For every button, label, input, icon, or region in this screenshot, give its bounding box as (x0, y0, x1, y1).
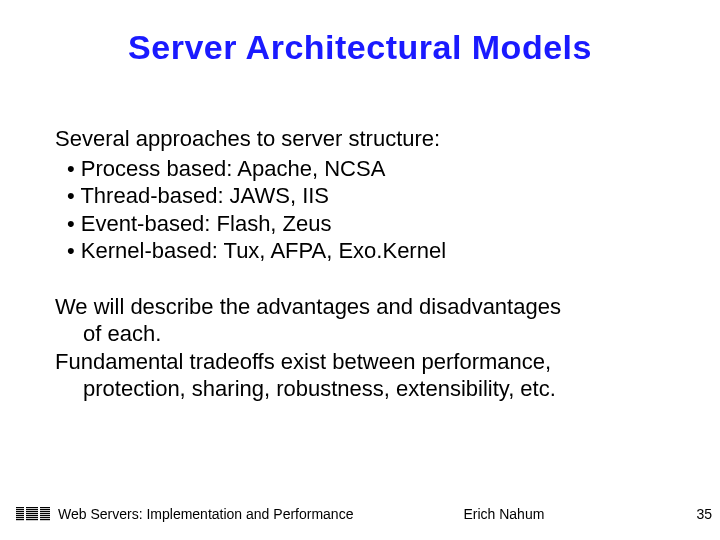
svg-rect-5 (16, 517, 50, 518)
svg-rect-0 (16, 507, 50, 508)
slide-title: Server Architectural Models (0, 0, 720, 67)
para-line: We will describe the advantages and disa… (55, 293, 665, 321)
svg-rect-3 (16, 513, 50, 514)
svg-rect-1 (16, 509, 50, 510)
slide-body: Several approaches to server structure: … (0, 125, 720, 403)
svg-rect-2 (16, 511, 50, 512)
ibm-logo-icon (16, 507, 50, 521)
paragraph: We will describe the advantages and disa… (55, 293, 665, 348)
para-line: of each. (55, 320, 665, 348)
slide: Server Architectural Models Several appr… (0, 0, 720, 540)
para-line: Fundamental tradeoffs exist between perf… (55, 348, 665, 376)
footer-author: Erich Nahum (463, 506, 544, 522)
footer-left: Web Servers: Implementation and Performa… (58, 506, 353, 522)
paragraph: Fundamental tradeoffs exist between perf… (55, 348, 665, 403)
bullet-item: Kernel-based: Tux, AFPA, Exo.Kernel (55, 237, 665, 265)
svg-rect-6 (16, 519, 50, 520)
bullet-list: Process based: Apache, NCSA Thread-based… (55, 155, 665, 265)
svg-rect-7 (24, 507, 26, 521)
bullet-item: Process based: Apache, NCSA (55, 155, 665, 183)
page-number: 35 (696, 506, 712, 522)
bullet-item: Event-based: Flash, Zeus (55, 210, 665, 238)
bullet-item: Thread-based: JAWS, IIS (55, 182, 665, 210)
svg-rect-4 (16, 515, 50, 516)
footer: Web Servers: Implementation and Performa… (0, 506, 720, 522)
intro-text: Several approaches to server structure: (55, 125, 665, 153)
svg-rect-8 (38, 507, 40, 521)
para-line: protection, sharing, robustness, extensi… (55, 375, 665, 403)
